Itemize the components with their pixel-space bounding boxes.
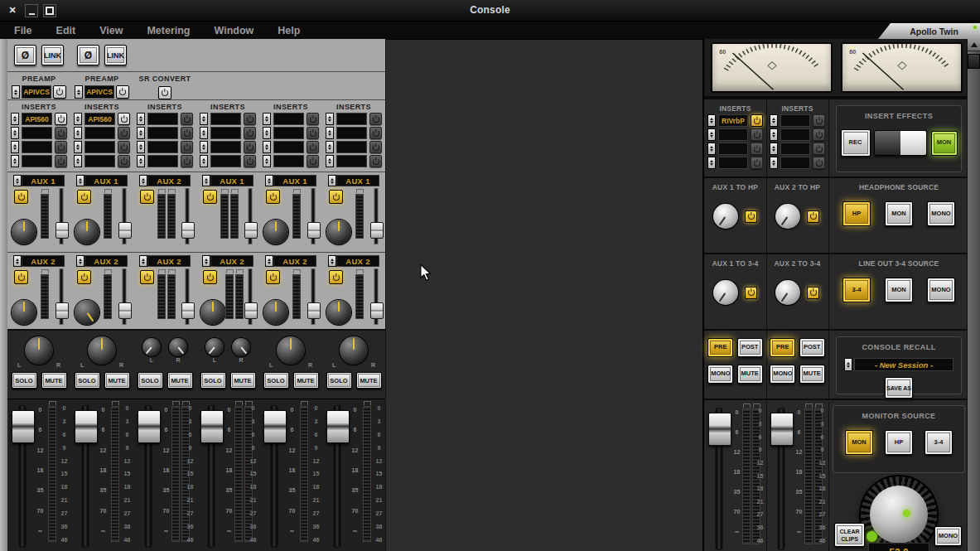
- insert-slot[interactable]: [22, 155, 52, 167]
- aux-send-selector[interactable]: AUX 2: [147, 255, 191, 267]
- slot-selector-arrows[interactable]: [326, 113, 334, 125]
- insert-slot[interactable]: API560: [22, 113, 52, 125]
- slot-selector-arrows[interactable]: [11, 113, 19, 125]
- insert-power-button[interactable]: [244, 141, 256, 153]
- insert-power-button[interactable]: [244, 155, 256, 167]
- insert-slot[interactable]: [718, 128, 748, 141]
- aux-enable-button[interactable]: [77, 190, 91, 204]
- send-enable-button[interactable]: [745, 210, 757, 223]
- insert-effects-rocker-switch[interactable]: [874, 130, 927, 156]
- solo-button[interactable]: SOLO: [263, 372, 289, 389]
- aux-enable-button[interactable]: [329, 270, 343, 284]
- link-button[interactable]: LINK: [104, 45, 127, 65]
- fader-handle[interactable]: [181, 222, 195, 239]
- insert-power-button[interactable]: [55, 113, 67, 125]
- aux-send-knob[interactable]: [263, 220, 288, 244]
- aux2-post-button[interactable]: POST: [799, 338, 825, 357]
- slot-selector-arrows[interactable]: [202, 175, 210, 186]
- insert-power-button[interactable]: [751, 128, 763, 141]
- insert-slot[interactable]: [273, 155, 304, 167]
- aux-send-knob[interactable]: [12, 220, 36, 244]
- slot-selector-arrows[interactable]: [75, 85, 83, 99]
- insert-power-button[interactable]: [181, 141, 193, 153]
- send-level-knob[interactable]: [713, 204, 738, 229]
- aux-send-selector[interactable]: AUX 1: [273, 175, 316, 186]
- preamp-plugin-slot[interactable]: APIVCS: [84, 85, 114, 99]
- send-enable-button[interactable]: [745, 287, 757, 299]
- insert-slot[interactable]: [147, 155, 178, 167]
- monitor-source-34-button[interactable]: 3-4: [924, 430, 953, 455]
- aux-send-fader[interactable]: [56, 269, 67, 324]
- fader-handle[interactable]: [181, 302, 195, 319]
- slot-selector-arrows[interactable]: [263, 127, 271, 139]
- channel-fader[interactable]: [770, 407, 792, 549]
- channel-fader[interactable]: [326, 404, 348, 547]
- aux-send-fader[interactable]: [370, 189, 382, 244]
- menu-item-edit[interactable]: Edit: [56, 25, 76, 36]
- insert-slot[interactable]: [780, 157, 810, 169]
- channel-fader[interactable]: [75, 404, 96, 547]
- insert-power-button[interactable]: [118, 113, 130, 125]
- insert-slot[interactable]: [210, 155, 241, 167]
- slot-selector-arrows[interactable]: [202, 255, 210, 267]
- insert-power-button[interactable]: [307, 141, 319, 153]
- mute-button[interactable]: MUTE: [293, 372, 319, 389]
- aux-send-selector[interactable]: AUX 1: [22, 175, 65, 186]
- slot-selector-arrows[interactable]: [707, 128, 716, 141]
- insert-slot[interactable]: RIVrbP: [718, 114, 748, 127]
- fader-handle[interactable]: [770, 413, 794, 446]
- aux-send-knob[interactable]: [326, 300, 351, 325]
- insert-power-button[interactable]: [751, 114, 763, 127]
- send-level-knob[interactable]: [775, 280, 800, 305]
- aux-send-selector[interactable]: AUX 1: [84, 175, 128, 186]
- fader-handle[interactable]: [118, 302, 132, 319]
- session-name-display[interactable]: - New Session -: [854, 358, 953, 371]
- solo-button[interactable]: SOLO: [75, 372, 100, 389]
- fader-handle[interactable]: [56, 302, 69, 319]
- monitor-source-hp-button[interactable]: HP: [885, 430, 913, 455]
- aux1-pre-button[interactable]: PRE: [707, 338, 733, 357]
- monitor-mono-button[interactable]: MONO: [934, 526, 962, 546]
- slot-selector-arrows[interactable]: [13, 175, 22, 186]
- aux-send-fader[interactable]: [118, 189, 130, 244]
- aux1-mute-button[interactable]: MUTE: [737, 365, 763, 384]
- insert-power-button[interactable]: [181, 155, 193, 167]
- send-level-knob[interactable]: [713, 280, 738, 305]
- insert-power-button[interactable]: [369, 155, 382, 167]
- aux-send-fader[interactable]: [244, 189, 256, 244]
- aux2-mute-button[interactable]: MUTE: [799, 365, 825, 384]
- slot-selector-arrows[interactable]: [707, 143, 716, 155]
- insert-slot[interactable]: API560: [84, 113, 115, 125]
- aux-send-selector[interactable]: AUX 1: [336, 175, 379, 186]
- insert-power-button[interactable]: [307, 127, 319, 139]
- mute-button[interactable]: MUTE: [230, 372, 256, 389]
- insert-slot[interactable]: [273, 113, 304, 125]
- slot-selector-arrows[interactable]: [200, 155, 208, 167]
- aux-enable-button[interactable]: [203, 270, 217, 284]
- insert-slot[interactable]: [84, 127, 115, 139]
- slot-selector-arrows[interactable]: [263, 113, 271, 125]
- slot-selector-arrows[interactable]: [707, 157, 716, 169]
- fader-handle[interactable]: [12, 410, 35, 443]
- lineout-source-mon-button[interactable]: MON: [885, 278, 913, 302]
- insert-power-button[interactable]: [307, 155, 319, 167]
- solo-button[interactable]: SOLO: [326, 372, 352, 389]
- slot-selector-arrows[interactable]: [137, 155, 145, 167]
- slot-selector-arrows[interactable]: [328, 175, 336, 186]
- slot-selector-arrows[interactable]: [265, 255, 273, 267]
- insert-slot[interactable]: [780, 143, 810, 155]
- fader-handle[interactable]: [370, 302, 384, 319]
- channel-fader[interactable]: [138, 404, 159, 547]
- aux-send-selector[interactable]: AUX 1: [210, 175, 253, 186]
- aux-enable-button[interactable]: [14, 270, 28, 284]
- lineout-source-mono-button[interactable]: MONO: [927, 278, 955, 302]
- insert-slot[interactable]: [84, 155, 115, 167]
- slot-selector-arrows[interactable]: [74, 127, 82, 139]
- slot-selector-arrows[interactable]: [326, 127, 334, 139]
- aux-enable-button[interactable]: [140, 190, 154, 204]
- fader-handle[interactable]: [200, 410, 224, 443]
- insert-power-button[interactable]: [118, 127, 130, 139]
- pan-knob-right[interactable]: [232, 338, 250, 356]
- slot-selector-arrows[interactable]: [770, 128, 778, 141]
- preamp-power-button[interactable]: [116, 85, 129, 99]
